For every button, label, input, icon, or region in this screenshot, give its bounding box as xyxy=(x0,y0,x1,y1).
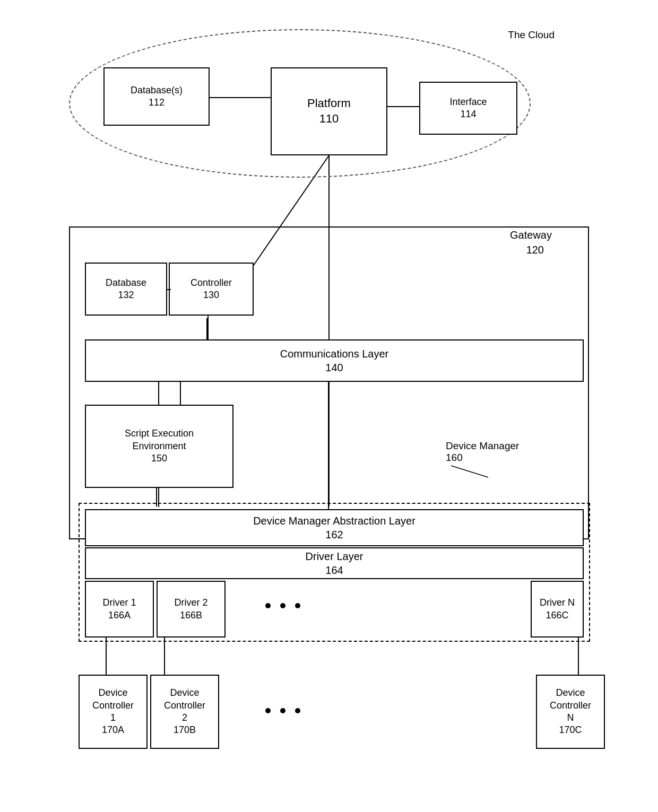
database-box: Database 132 xyxy=(85,263,167,316)
platform-box: Platform 110 xyxy=(271,67,387,155)
dc1-num: 170A xyxy=(102,724,124,736)
controller-num: 130 xyxy=(203,289,219,301)
gateway-num: 120 xyxy=(526,244,544,256)
dmal-label: Device Manager Abstraction Layer xyxy=(253,514,415,528)
comm-layer-num: 140 xyxy=(325,361,343,374)
driverN-label: Driver N xyxy=(540,597,575,609)
dm-num-text: 160 xyxy=(446,452,519,464)
databases-num: 112 xyxy=(149,97,164,109)
dc2-label: Device Controller 2 xyxy=(164,687,205,724)
driverN-num: 166C xyxy=(546,609,568,622)
gateway-num-text: 120 xyxy=(526,244,544,256)
driver-dots xyxy=(265,603,300,608)
script-exec-box: Script Execution Environment 150 xyxy=(85,405,233,488)
script-exec-label: Script Execution Environment xyxy=(125,427,194,452)
driver2-label: Driver 2 xyxy=(174,597,207,609)
gateway-label: Gateway xyxy=(510,229,552,241)
driver1-box: Driver 1 166A xyxy=(85,581,154,638)
dc-dots xyxy=(265,708,300,713)
device-manager-label: Device Manager 160 xyxy=(446,440,519,464)
driver2-num: 166B xyxy=(180,609,202,622)
comm-layer-label: Communications Layer xyxy=(280,347,389,361)
interface-num: 114 xyxy=(460,108,476,120)
driverN-box: Driver N 166C xyxy=(531,581,584,638)
interface-label: Interface xyxy=(449,96,487,108)
dot1 xyxy=(265,603,271,608)
dot2 xyxy=(280,603,285,608)
comm-layer-box: Communications Layer 140 xyxy=(85,339,584,382)
dm-label-text: Device Manager xyxy=(446,440,519,452)
dc-dot1 xyxy=(265,708,271,713)
platform-num: 110 xyxy=(319,111,339,127)
dc1-label: Device Controller 1 xyxy=(92,687,134,724)
dcN-num: 170C xyxy=(559,724,582,736)
controller-label: Controller xyxy=(191,277,232,289)
cloud-label: The Cloud xyxy=(508,29,555,41)
driver2-box: Driver 2 166B xyxy=(157,581,226,638)
dc1-box: Device Controller 1 170A xyxy=(79,675,148,749)
database-label: Database xyxy=(106,277,146,289)
dc-dot3 xyxy=(295,708,300,713)
dc2-box: Device Controller 2 170B xyxy=(150,675,219,749)
dot3 xyxy=(295,603,300,608)
dcN-box: Device Controller N 170C xyxy=(536,675,605,749)
driver1-num: 166A xyxy=(108,609,131,622)
dcN-label: Device Controller N xyxy=(550,687,591,724)
database-num: 132 xyxy=(118,289,134,301)
controller-box: Controller 130 xyxy=(169,263,254,316)
dc-dot2 xyxy=(280,708,285,713)
databases-label: Database(s) xyxy=(131,84,183,97)
gateway-label-text: Gateway xyxy=(510,229,552,241)
databases-box: Database(s) 112 xyxy=(103,67,210,126)
platform-label: Platform xyxy=(307,96,351,111)
interface-box: Interface 114 xyxy=(419,82,517,135)
dmal-num: 162 xyxy=(325,528,343,542)
driver-layer-box: Driver Layer 164 xyxy=(85,547,584,579)
dmal-box: Device Manager Abstraction Layer 162 xyxy=(85,509,584,546)
diagram-container: The Cloud Database(s) 112 Platform 110 I… xyxy=(0,0,658,812)
driver1-label: Driver 1 xyxy=(102,597,136,609)
script-exec-num: 150 xyxy=(151,452,167,465)
driver-layer-num: 164 xyxy=(325,563,343,577)
driver-layer-label: Driver Layer xyxy=(306,549,363,563)
dc2-num: 170B xyxy=(174,724,196,736)
